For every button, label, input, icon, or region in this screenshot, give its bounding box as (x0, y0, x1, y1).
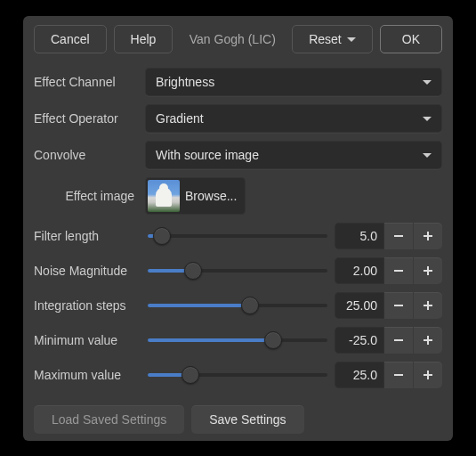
reset-button[interactable]: Reset (292, 25, 373, 53)
svg-rect-9 (394, 339, 403, 341)
value-input[interactable] (335, 292, 384, 319)
svg-rect-5 (427, 266, 429, 275)
slider-fill (148, 304, 250, 307)
svg-rect-14 (427, 370, 429, 379)
slider-label: Noise Magnitude (34, 264, 141, 278)
plus-icon (423, 231, 433, 241)
svg-rect-6 (394, 305, 403, 306)
select-effect-channel[interactable]: Brightness (145, 68, 442, 96)
decrement-button[interactable] (384, 257, 413, 284)
step-group (384, 292, 442, 319)
minus-icon (393, 300, 404, 311)
select-convolve[interactable]: With source image (145, 141, 442, 169)
row-effect-channel: Effect Channel Brightness (34, 68, 442, 96)
value-group (335, 223, 442, 249)
step-group (384, 223, 442, 249)
increment-button[interactable] (414, 362, 442, 388)
increment-button[interactable] (414, 223, 442, 249)
slider[interactable] (148, 224, 327, 248)
chevron-down-icon (423, 80, 432, 85)
select-value: Brightness (156, 75, 214, 89)
plus-icon (423, 335, 433, 346)
value-input[interactable] (335, 362, 384, 388)
plus-icon (423, 265, 433, 276)
row-convolve: Convolve With source image (34, 141, 442, 169)
slider-track (148, 269, 327, 273)
slider-track (148, 234, 327, 238)
slider-thumb[interactable] (153, 227, 171, 245)
value-input[interactable] (335, 327, 384, 354)
chevron-down-icon (423, 117, 432, 121)
chevron-down-icon (423, 153, 432, 158)
slider-label: Minimum value (34, 333, 141, 347)
row-effect-image: Effect image Browse... (34, 177, 442, 215)
decrement-button[interactable] (384, 327, 413, 354)
step-group (384, 257, 442, 284)
increment-button[interactable] (414, 327, 442, 354)
slider-label: Integration steps (34, 298, 141, 313)
value-input[interactable] (335, 257, 384, 284)
slider[interactable] (148, 258, 327, 283)
browse-button[interactable]: Browse... (145, 177, 246, 215)
slider-thumb[interactable] (241, 297, 259, 314)
slider[interactable] (148, 328, 327, 353)
value-input[interactable] (335, 223, 384, 249)
row-effect-operator: Effect Operator Gradient (34, 104, 442, 133)
slider-track (148, 338, 327, 342)
step-group (384, 327, 442, 354)
svg-rect-2 (427, 232, 429, 240)
slider-label: Maximum value (34, 368, 141, 382)
dialog-header: Cancel Help Van Gogh (LIC) Reset OK (34, 25, 442, 53)
slider-row: Minimum value (34, 327, 442, 354)
value-group (335, 292, 442, 319)
slider-row: Filter length (34, 223, 442, 249)
svg-rect-0 (394, 235, 403, 237)
value-group (335, 362, 442, 388)
minus-icon (393, 231, 404, 241)
minus-icon (393, 335, 404, 346)
svg-rect-12 (394, 374, 403, 376)
slider-thumb[interactable] (264, 331, 282, 349)
slider-fill (148, 338, 273, 342)
svg-rect-8 (427, 301, 429, 310)
slider-row: Maximum value (34, 362, 442, 388)
decrement-button[interactable] (384, 292, 413, 319)
label-effect-operator: Effect Operator (34, 111, 136, 126)
minus-icon (393, 265, 404, 276)
slider[interactable] (148, 362, 327, 387)
increment-button[interactable] (414, 257, 442, 284)
value-group (335, 257, 442, 284)
dialog-content: Effect Channel Brightness Effect Operato… (34, 68, 442, 434)
decrement-button[interactable] (384, 223, 413, 249)
svg-rect-11 (427, 336, 429, 345)
ok-button[interactable]: OK (380, 25, 442, 53)
save-settings-button[interactable]: Save Settings (191, 405, 303, 434)
minus-icon (393, 370, 404, 380)
reset-label: Reset (309, 32, 342, 46)
footer: Load Saved Settings Save Settings (34, 405, 442, 434)
label-effect-image: Effect image (34, 189, 136, 203)
plus-icon (423, 370, 433, 380)
label-convolve: Convolve (34, 148, 136, 162)
slider[interactable] (148, 293, 327, 318)
increment-button[interactable] (414, 292, 442, 319)
slider-label: Filter length (34, 229, 141, 243)
slider-row: Integration steps (34, 292, 442, 319)
plus-icon (423, 300, 433, 311)
slider-thumb[interactable] (184, 262, 202, 280)
slider-track (148, 304, 327, 307)
help-button[interactable]: Help (114, 25, 173, 53)
select-value: Gradient (156, 111, 204, 126)
cancel-button[interactable]: Cancel (34, 25, 107, 53)
slider-thumb[interactable] (182, 366, 199, 384)
dialog: Cancel Help Van Gogh (LIC) Reset OK Effe… (23, 16, 453, 441)
dialog-title: Van Gogh (LIC) (180, 32, 285, 46)
value-group (335, 327, 442, 354)
load-settings-button[interactable]: Load Saved Settings (34, 405, 184, 434)
browse-label: Browse... (185, 189, 237, 203)
select-effect-operator[interactable]: Gradient (145, 104, 442, 133)
slider-track (148, 373, 327, 377)
decrement-button[interactable] (384, 362, 413, 388)
step-group (384, 362, 442, 388)
select-value: With source image (156, 148, 259, 162)
